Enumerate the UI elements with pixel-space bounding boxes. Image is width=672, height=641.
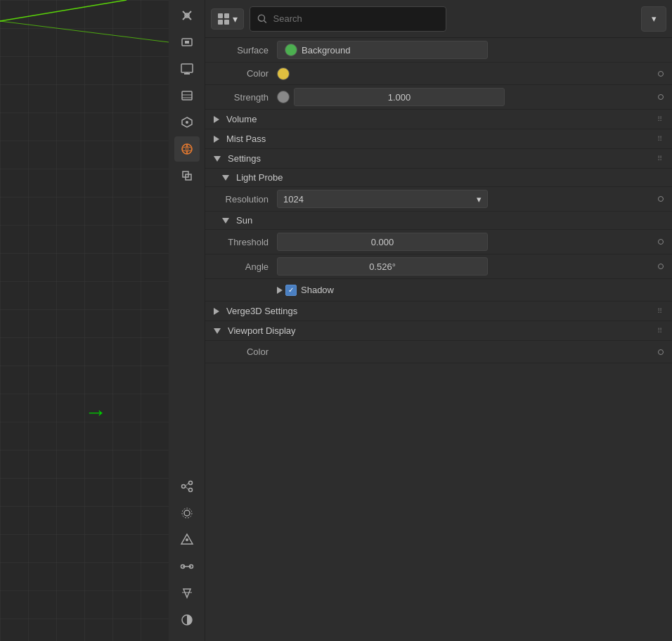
resolution-dropdown[interactable]: 1024 ▾ xyxy=(277,190,488,208)
settings-section-header[interactable]: Settings ⠿ xyxy=(205,149,672,169)
properties-content: Surface Background Color Strength 1.000 xyxy=(205,38,672,641)
background-badge[interactable]: Background xyxy=(277,41,488,59)
shadow-expand-icon xyxy=(277,287,283,294)
mist-pass-dots: ⠿ xyxy=(657,135,664,143)
surface-row: Surface Background xyxy=(205,38,672,63)
world-icon[interactable] xyxy=(174,136,200,162)
settings-title: Settings xyxy=(228,153,261,164)
mist-pass-section-header[interactable]: Mist Pass ⠿ xyxy=(205,129,672,149)
view-layer-icon[interactable] xyxy=(174,83,200,108)
verge3d-dots: ⠿ xyxy=(657,307,664,315)
sun-expand-icon xyxy=(222,218,229,224)
search-input[interactable] xyxy=(273,13,439,24)
volume-dots: ⠿ xyxy=(657,115,664,123)
resolution-value: 1024 ▾ xyxy=(277,190,652,208)
volume-title: Volume xyxy=(226,114,257,124)
svg-point-25 xyxy=(186,538,188,541)
angle-keyframe-dot[interactable] xyxy=(658,264,664,269)
svg-point-20 xyxy=(188,488,192,492)
svg-rect-10 xyxy=(182,91,192,100)
threshold-field[interactable]: 0.000 xyxy=(277,233,488,251)
color-label: Color xyxy=(214,68,277,79)
output-icon[interactable] xyxy=(174,56,200,82)
svg-point-14 xyxy=(182,144,192,154)
shadow-checkbox[interactable]: ✓ xyxy=(285,285,297,296)
background-text: Background xyxy=(302,45,350,56)
surface-label: Surface xyxy=(214,45,277,56)
svg-line-22 xyxy=(185,486,188,490)
mist-pass-collapse-icon xyxy=(214,136,219,143)
header: ▾ ▾ xyxy=(205,0,672,38)
sun-title: Sun xyxy=(236,215,252,226)
resolution-value-text: 1024 xyxy=(283,194,304,205)
settings-dots: ⠿ xyxy=(657,155,664,162)
surface-value: Background xyxy=(277,41,664,59)
light-probe-expand-icon xyxy=(222,175,229,181)
resolution-label: Resolution xyxy=(214,194,277,205)
viewport-grid xyxy=(0,0,169,641)
viewport-display-expand-icon xyxy=(214,328,221,334)
sidebar xyxy=(169,0,205,641)
shadow-label: Shadow xyxy=(301,285,334,295)
viewport-container: Set to 0 → xyxy=(0,0,169,641)
viewport-display-section-header[interactable]: Viewport Display ⠿ xyxy=(205,321,672,341)
background-color-dot xyxy=(285,44,297,56)
search-bar[interactable] xyxy=(250,6,446,32)
physics-icon[interactable] xyxy=(174,527,200,552)
svg-line-36 xyxy=(264,20,266,22)
volume-section-header[interactable]: Volume ⠿ xyxy=(205,110,672,129)
svg-line-21 xyxy=(185,483,188,486)
angle-field[interactable]: 0.526° xyxy=(277,257,488,276)
mist-pass-title: Mist Pass xyxy=(226,134,266,144)
shadow-row: ✓ Shadow xyxy=(205,279,672,302)
particles-icon[interactable] xyxy=(174,500,200,526)
svg-point-23 xyxy=(184,510,190,516)
viewport xyxy=(0,0,169,641)
shadow-value: ✓ Shadow xyxy=(277,285,664,296)
viewport-display-title: Viewport Display xyxy=(228,325,296,336)
verge3d-collapse-icon xyxy=(214,308,219,315)
object-icon[interactable] xyxy=(174,163,200,188)
panel-options-button[interactable]: ▾ xyxy=(641,6,666,32)
svg-rect-32 xyxy=(224,13,229,18)
svg-rect-7 xyxy=(181,64,193,72)
color-keyframe-dot[interactable] xyxy=(658,71,664,77)
resolution-chevron: ▾ xyxy=(477,194,482,205)
header-mode-button[interactable]: ▾ xyxy=(211,8,244,30)
angle-row: Angle 0.526° xyxy=(205,254,672,279)
chevron-down-icon: ▾ xyxy=(652,13,657,24)
color-swatch[interactable] xyxy=(277,67,290,80)
strength-value: 1.000 xyxy=(277,88,652,106)
angle-label: Angle xyxy=(214,261,277,272)
svg-point-15 xyxy=(182,147,192,151)
viewport-display-dots: ⠿ xyxy=(657,327,664,335)
resolution-keyframe-dot[interactable] xyxy=(658,196,664,202)
viewport-color-label: Color xyxy=(214,347,277,357)
threshold-row: Threshold 0.000 xyxy=(205,230,672,254)
properties-panel: ▾ ▾ Surface Background Color xyxy=(205,0,672,641)
svg-rect-33 xyxy=(218,20,223,25)
modifiers-icon[interactable] xyxy=(174,581,200,606)
sidebar-top xyxy=(174,3,200,188)
svg-point-18 xyxy=(181,485,185,488)
angle-value: 0.526° xyxy=(277,257,652,276)
strength-keyframe-dot[interactable] xyxy=(658,94,664,100)
shading-icon[interactable] xyxy=(174,607,200,633)
constraints-icon[interactable] xyxy=(174,554,200,579)
strength-dot xyxy=(277,91,290,103)
viewport-color-keyframe-dot[interactable] xyxy=(658,349,664,355)
sun-header[interactable]: Sun xyxy=(205,212,672,230)
strength-field[interactable]: 1.000 xyxy=(294,88,505,106)
verge3d-section-header[interactable]: Verge3D Settings ⠿ xyxy=(205,302,672,321)
verge3d-title: Verge3D Settings xyxy=(226,306,297,316)
tools-icon[interactable] xyxy=(174,3,200,28)
threshold-keyframe-dot[interactable] xyxy=(658,239,664,245)
scene-data-icon[interactable] xyxy=(174,110,200,135)
nodes-icon[interactable] xyxy=(174,474,200,499)
svg-rect-31 xyxy=(218,13,223,18)
light-probe-header[interactable]: Light Probe xyxy=(205,169,672,187)
svg-point-13 xyxy=(186,121,188,124)
svg-point-35 xyxy=(258,15,264,21)
header-dropdown-arrow: ▾ xyxy=(233,13,238,25)
render-icon[interactable] xyxy=(174,30,200,55)
